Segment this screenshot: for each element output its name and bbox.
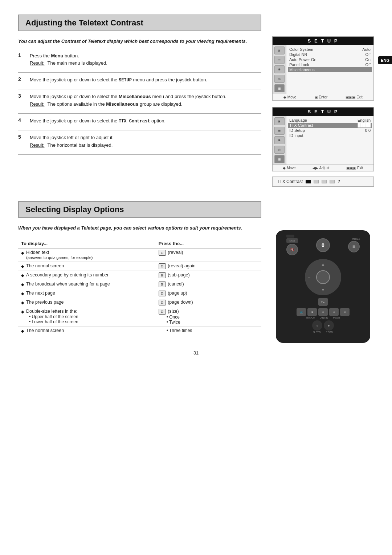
reveal-icon: ⊡ [159, 250, 166, 256]
size-icon: ⊡ [159, 309, 166, 315]
ttx-bar-empty-1 [314, 180, 319, 183]
section2-title: Selecting Display Options [18, 201, 261, 218]
setup2-row-4: ID Input [289, 133, 371, 138]
remote-label-textoff: Text/Off [306, 316, 315, 319]
remote-center-btn[interactable] [316, 270, 330, 284]
display-cell-5: ◆The next page [18, 289, 156, 298]
ttx-bar-filled [306, 180, 311, 183]
setup2-icon-5: ▦ [274, 155, 285, 163]
table-row: ◆The next page ⊡ (page up) [18, 289, 261, 298]
step-3-result: The options available in the Miscellaneo… [47, 101, 182, 108]
remote-bottom-btns: 📺 ▣ ⊞ ⊡ ⊞ [297, 308, 350, 316]
remote-zero-btn[interactable]: 0 [316, 238, 330, 252]
ttx-bar-box: TTX Contrast 2 [272, 177, 374, 187]
step-1-content: Press the Menu button. Result: The main … [30, 52, 261, 68]
section1-title: Adjusting the Teletext Contrast [18, 15, 261, 31]
remote-btn-4[interactable]: ⊡ [329, 308, 339, 316]
setup2-nav-exit: ▣▣▣ Exit [346, 166, 363, 170]
table-row: ◆Hidden text(answers to quiz games, for … [18, 248, 261, 262]
result-label-3: Result: [30, 101, 44, 108]
ttx-bar-empty-3 [330, 180, 335, 183]
remote-pstd[interactable]: ☻ [324, 320, 334, 331]
step-5-content: Move the joystick left or right to adjus… [30, 134, 261, 149]
step-1-num: 1 [18, 52, 25, 58]
setup2-row2-label: TTX Contrast [289, 123, 313, 127]
setup1-row5-label: Miscellaneous [289, 68, 315, 72]
step-4-content: Move the joystick up or down to select t… [30, 117, 261, 125]
remote-control: Mute 🔇 0 Menu□ ☰ [276, 230, 370, 343]
remote-label-psize: P.Size [333, 316, 340, 319]
setup-box-2: S E T U P ⊞ ☰ ❋ ◎ ▦ Language English [272, 107, 374, 171]
setup-icon-4: ◎ [274, 75, 285, 83]
remote-label-sstd: S.STD [313, 331, 321, 333]
setup-icon-2: ☰ [274, 56, 285, 64]
setup1-row1-label: Color System [289, 47, 313, 52]
table-row: ◆The broadcast when searching for a page… [18, 280, 261, 289]
remote-pch-row: P▲ [318, 298, 328, 306]
remote-sstd[interactable]: ☺ [312, 320, 322, 331]
setup2-icon-4: ◎ [274, 146, 285, 154]
setup2-icons: ⊞ ☰ ❋ ◎ ▦ [273, 116, 286, 165]
remote-pch-up[interactable]: P▲ [318, 298, 328, 306]
remote-label-display: Display [320, 316, 328, 319]
three-times-list: Three times [167, 328, 258, 333]
display-table: To display... Press the... ◆Hidden text(… [18, 239, 261, 335]
press-cell-8: Three times [156, 326, 261, 335]
remote-display[interactable]: ▣ [307, 308, 317, 316]
remote-btn-5[interactable]: ⊞ [340, 308, 350, 316]
remote-arrow-right: + [336, 275, 338, 280]
press-cell-3: ⊞ (sub-page) [156, 271, 261, 280]
remote-psize[interactable]: ⊞ [318, 308, 328, 316]
table-row: ◆The normal screen Three times [18, 326, 261, 335]
setup2-row-1: Language English [289, 118, 371, 123]
remote-mute: Mute [286, 238, 298, 243]
setup2-title: S E T U P [273, 108, 373, 116]
setup1-row-1: Color System Auto [289, 47, 371, 52]
section1-right: S E T U P ⊞ ☰ ❋ ◎ ▦ Color System Auto [272, 15, 374, 190]
remote-arrow-left: − [308, 275, 310, 280]
setup-box-1: S E T U P ⊞ ☰ ❋ ◎ ▦ Color System Auto [272, 36, 374, 101]
section2-left: Selecting Display Options When you have … [18, 201, 261, 343]
setup1-nav-exit: ▣▣▣ Exit [346, 95, 362, 99]
remote-nav-ring: ▲ ▼ − + [305, 259, 341, 295]
display-cell-1: ◆Hidden text(answers to quiz games, for … [18, 248, 156, 262]
step-5: 5 Move the joystick left or right to adj… [18, 134, 261, 149]
result-label-5: Result: [30, 142, 44, 149]
step-5-num: 5 [18, 134, 25, 140]
remote-arrow-up: ▲ [321, 262, 325, 267]
step-5-result: The horizontal bar is displayed. [47, 142, 113, 149]
setup1-icons: ⊞ ☰ ❋ ◎ ▦ [273, 45, 286, 94]
table-row: ◆A secondary page by entering its number… [18, 271, 261, 280]
setup-icon-5: ▦ [274, 84, 285, 92]
remote-label-pstd: P.STD [326, 331, 333, 333]
setup1-nav: ◆ Move ▣ Enter ▣▣▣ Exit [273, 94, 373, 100]
remote-textoff[interactable]: 📺 [297, 308, 306, 316]
step-3-num: 3 [18, 93, 25, 99]
remote-menu-btn[interactable]: ☰ [348, 241, 360, 252]
eng-badge: ENG [378, 56, 392, 64]
step-2: 2 Move the joystick up or down to select… [18, 76, 261, 84]
step-4-num: 4 [18, 117, 25, 123]
setup2-row-3: ID Setup 0 0 [289, 128, 371, 133]
setup2-row4-label: ID Input [289, 133, 303, 138]
setup1-title: S E T U P [273, 37, 373, 45]
remote-labels-2: S.STD P.STD [313, 331, 333, 333]
remote-mute-btn[interactable]: 🔇 [286, 244, 298, 255]
setup2-row2-bar: █████ [358, 123, 371, 127]
section1: Adjusting the Teletext Contrast You can … [18, 15, 374, 190]
remote-arrow-down: ▼ [321, 287, 325, 292]
setup1-row3-value: On [365, 57, 371, 62]
setup1-nav-enter: ▣ Enter [315, 95, 328, 99]
ttx-bar-value: 2 [338, 179, 340, 184]
section1-intro: You can adjust the Contrast of Teletext … [18, 38, 261, 45]
remote-slot-left [286, 235, 294, 238]
setup1-row2-value: Off [366, 52, 371, 57]
setup2-row1-label: Language [289, 118, 307, 122]
setup1-rows: Color System Auto Digital NR Off Auto Po… [286, 45, 373, 94]
section1-left: Adjusting the Teletext Contrast You can … [18, 15, 261, 190]
section2-intro: When you have displayed a Teletext page,… [18, 224, 261, 232]
press-cell-6: ⊡ (page down) [156, 298, 261, 307]
display-cell-8: ◆The normal screen [18, 326, 156, 335]
press-cell-1: ⊡ (reveal) [156, 248, 261, 262]
table-row: ◆The normal screen ⊡ (reveal) again [18, 262, 261, 271]
